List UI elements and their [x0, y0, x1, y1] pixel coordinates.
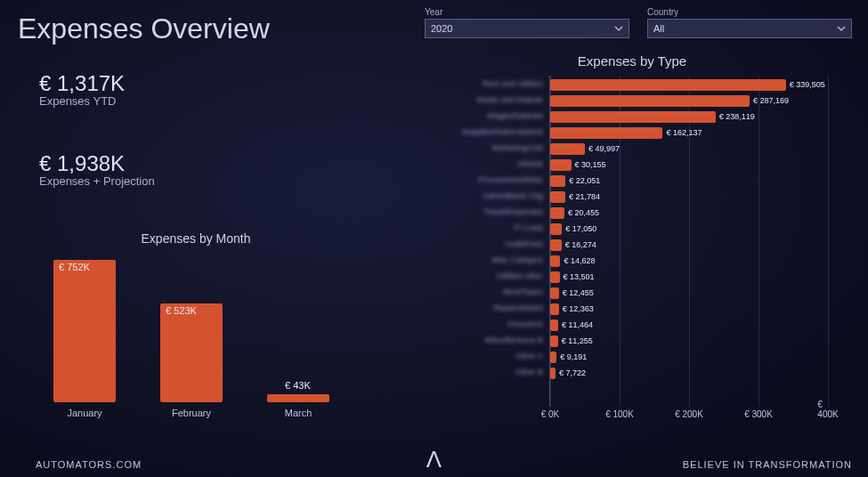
type-bar-value: € 13,501	[564, 272, 595, 281]
kpi-ytd-label: Expenses YTD	[39, 94, 125, 108]
type-category-label: Miscellaneous B	[418, 336, 543, 344]
type-category-label: Rent/Taxes	[418, 287, 543, 296]
type-category-label: Other B	[418, 368, 543, 376]
type-category-label: Meals and Dispute	[418, 95, 543, 104]
filter-country: Country All	[647, 7, 852, 38]
kpi-ytd: € 1,317K Expenses YTD	[39, 71, 125, 108]
type-bar-value: € 12,455	[563, 288, 594, 297]
type-bar-value: € 12,363	[563, 304, 594, 313]
type-bar-value: € 162,137	[666, 128, 702, 137]
type-bar-value: € 49,997	[588, 144, 620, 153]
footer-logo-icon: Λ	[426, 446, 442, 473]
type-bar-value: € 21,784	[569, 192, 600, 201]
chart-gridline	[758, 76, 759, 407]
type-bar-value: € 11,464	[562, 320, 593, 329]
type-category-label: Misc Category	[418, 255, 543, 264]
month-bar[interactable]	[53, 260, 116, 402]
filter-bar: Year 2020 Country All	[425, 7, 852, 38]
month-x-label: January	[53, 408, 116, 418]
type-bar[interactable]	[550, 143, 585, 155]
kpi-ytd-value: € 1,317K	[39, 71, 125, 96]
type-bar-value: € 11,255	[562, 336, 593, 345]
chevron-down-icon	[837, 24, 846, 33]
type-category-label: Marketing/Ads	[418, 143, 543, 152]
chart-month-plot: € 752KJanuary€ 523KFebruary€ 43KMarch	[36, 251, 356, 420]
type-bar-value: € 238,119	[719, 112, 755, 121]
type-category-label: Insurance	[418, 319, 543, 328]
type-bar[interactable]	[550, 352, 556, 363]
type-bar-value: € 7,722	[559, 368, 586, 377]
filter-country-label: Country	[647, 7, 852, 17]
type-category-label: Vehicle	[418, 159, 543, 168]
chart-expenses-by-month: Expenses by Month € 752KJanuary€ 523KFeb…	[36, 231, 356, 436]
type-category-label: IT Costs	[418, 223, 543, 232]
footer-left: AUTOMATORS.COM	[36, 459, 142, 470]
chevron-down-icon	[614, 24, 623, 33]
type-bar-value: € 17,050	[565, 224, 596, 233]
type-bar[interactable]	[550, 287, 559, 299]
chart-gridline	[620, 76, 621, 407]
type-bar-value: € 339,505	[790, 80, 825, 89]
chart-type-title: Expenses by Type	[418, 53, 846, 69]
month-bar[interactable]	[267, 394, 329, 402]
country-dropdown-value: All	[653, 23, 664, 34]
kpi-proj-label: Expenses + Projection	[39, 174, 155, 188]
type-bar[interactable]	[550, 223, 562, 235]
month-bar-label: € 523K	[166, 305, 197, 316]
type-bar[interactable]	[550, 79, 786, 91]
month-x-label: February	[160, 408, 223, 418]
type-category-label: Rent and Utilities	[418, 79, 543, 88]
chart-x-label: € 400K	[817, 400, 838, 419]
year-dropdown-value: 2020	[431, 23, 452, 34]
chart-x-label: € 300K	[744, 409, 773, 419]
month-bar-label: € 43K	[285, 380, 311, 391]
chart-type-plot: € 0K€ 100K€ 200K€ 300K€ 400KRent and Uti…	[418, 76, 846, 432]
type-bar[interactable]	[550, 159, 572, 171]
type-bar-value: € 287,169	[753, 96, 789, 105]
month-x-label: March	[267, 408, 329, 418]
type-bar[interactable]	[550, 271, 560, 283]
kpi-proj: € 1,938K Expenses + Projection	[39, 151, 155, 188]
type-category-label: Travel/Expenses	[418, 207, 543, 216]
type-bar[interactable]	[550, 303, 559, 315]
type-category-label: Wages/Salaries	[418, 111, 543, 120]
page-title: Expenses Overview	[18, 12, 270, 45]
type-bar[interactable]	[550, 175, 565, 187]
type-category-label: Other A	[418, 352, 543, 360]
type-bar-value: € 16,274	[565, 240, 596, 249]
month-bar[interactable]	[160, 303, 223, 402]
chart-x-label: € 200K	[675, 409, 703, 419]
chart-gridline	[828, 76, 829, 407]
type-category-label: Supplies/Subscriptions	[418, 127, 543, 136]
chart-x-label: € 0K	[541, 409, 560, 419]
type-category-label: Audit/Fees	[418, 239, 543, 248]
kpi-proj-value: € 1,938K	[39, 151, 155, 176]
type-bar[interactable]	[550, 319, 558, 331]
type-category-label: Utilities-other	[418, 271, 543, 280]
chart-gridline	[689, 76, 690, 407]
type-bar-value: € 30,155	[575, 160, 606, 169]
type-category-label: Procurement/Misc	[418, 175, 543, 184]
type-bar[interactable]	[550, 191, 565, 203]
month-bar-label: € 752K	[59, 262, 90, 272]
type-bar-value: € 20,455	[568, 208, 599, 217]
chart-x-label: € 100K	[605, 409, 634, 419]
type-bar-value: € 9,191	[560, 352, 587, 361]
type-bar[interactable]	[550, 239, 562, 251]
type-category-label: Repairs/Maint	[418, 303, 543, 312]
type-bar[interactable]	[550, 95, 750, 107]
type-bar[interactable]	[550, 127, 662, 139]
type-category-label: Admin/Bank Chg	[418, 191, 543, 200]
type-bar[interactable]	[550, 111, 716, 123]
chart-month-title: Expenses by Month	[36, 231, 356, 246]
year-dropdown[interactable]: 2020	[425, 19, 629, 38]
type-bar[interactable]	[550, 207, 564, 219]
filter-year: Year 2020	[425, 7, 629, 38]
type-bar[interactable]	[550, 368, 556, 379]
type-bar-value: € 14,628	[564, 256, 595, 265]
type-bar[interactable]	[550, 255, 560, 267]
type-bar-value: € 22,051	[569, 176, 600, 185]
filter-year-label: Year	[425, 7, 629, 17]
country-dropdown[interactable]: All	[647, 19, 852, 38]
type-bar[interactable]	[550, 336, 558, 347]
